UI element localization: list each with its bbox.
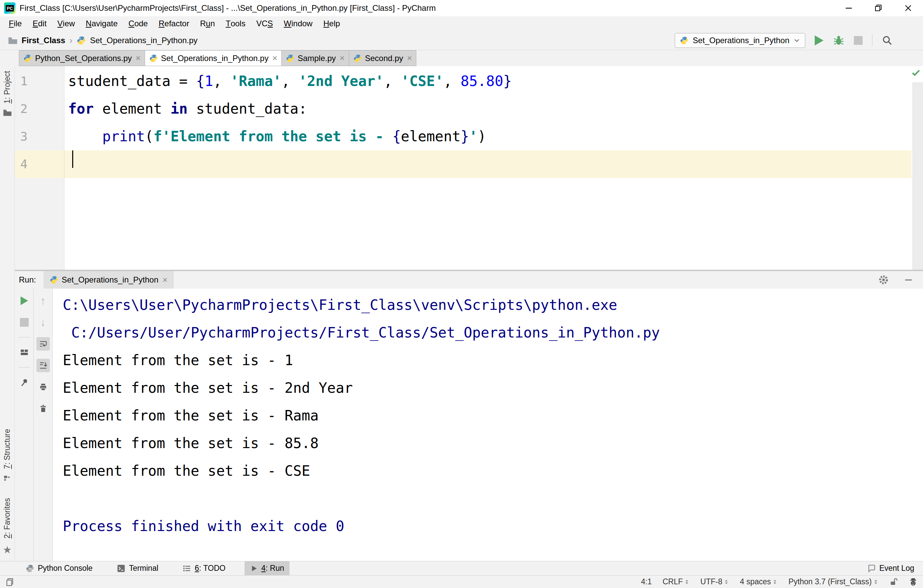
structure-icon	[3, 474, 11, 483]
gear-icon[interactable]	[879, 275, 889, 285]
editor-line-4-current[interactable]: 4	[15, 151, 912, 178]
run-configuration-name: Set_Operations_in_Python	[693, 36, 789, 45]
encoding-select[interactable]: UTF-8	[700, 577, 729, 586]
window-controls	[834, 0, 923, 16]
tab-python-set-operations[interactable]: Python_Set_Operations.py ×	[19, 50, 145, 66]
run-label: Run:	[19, 275, 36, 285]
menu-window[interactable]: Window	[278, 16, 318, 31]
minimize-icon[interactable]	[834, 0, 864, 16]
caret-position[interactable]: 4:1	[641, 577, 652, 586]
python-console-button[interactable]: Python Console	[20, 561, 98, 575]
python-icon	[680, 36, 688, 45]
menu-edit[interactable]: Edit	[27, 16, 52, 31]
tab-second[interactable]: Second.py ×	[349, 50, 417, 66]
editor-line-1[interactable]: 1 student_data = {1, 'Rama', '2nd Year',…	[15, 67, 912, 95]
tab-set-operations-in-python[interactable]: Set_Operations_in_Python.py ×	[145, 50, 282, 66]
close-icon[interactable]	[893, 0, 923, 16]
folder-icon	[8, 36, 18, 44]
python-console-label: Python Console	[38, 564, 92, 573]
menu-tools[interactable]: Tools	[220, 16, 251, 31]
pin-icon[interactable]	[18, 375, 31, 389]
tool-window-bar: Python Console Terminal 6: TODO 4: Run E…	[0, 561, 923, 575]
close-icon[interactable]: ×	[340, 53, 345, 63]
menu-view[interactable]: View	[52, 16, 80, 31]
menu-vcs[interactable]: VCS	[251, 16, 278, 31]
run-button[interactable]	[815, 35, 823, 46]
line-ending-select[interactable]: CRLF	[663, 577, 690, 586]
run-console-output[interactable]: C:\Users\User\PycharmProjects\First_Clas…	[53, 288, 923, 561]
python-file-icon	[353, 54, 362, 63]
close-icon[interactable]: ×	[163, 275, 168, 285]
event-log-button[interactable]: Event Log	[867, 564, 914, 573]
run-tool-icon	[250, 564, 258, 573]
favorites-tool-button[interactable]: 2: Favorites ★	[3, 498, 12, 556]
indent-select[interactable]: 4 spaces	[740, 577, 778, 586]
editor-tab-bar: Python_Set_Operations.py × Set_Operation…	[0, 50, 923, 66]
hide-panel-icon[interactable]	[903, 275, 913, 285]
restore-icon[interactable]	[864, 0, 893, 16]
menu-help[interactable]: Help	[318, 16, 345, 31]
close-icon[interactable]: ×	[407, 53, 412, 63]
print-icon[interactable]	[36, 380, 50, 394]
python-icon	[49, 275, 58, 284]
run-tool-label: 4: Run	[261, 564, 284, 573]
hector-icon[interactable]	[909, 578, 918, 586]
stop-icon	[18, 316, 31, 329]
rerun-icon[interactable]	[18, 294, 31, 308]
close-icon[interactable]: ×	[272, 53, 277, 63]
python-file-icon	[23, 54, 32, 63]
unlock-icon[interactable]	[889, 578, 898, 586]
updown-icon	[873, 579, 879, 585]
breadcrumb-file[interactable]: Set_Operations_in_Python.py	[90, 36, 198, 45]
status-widgets: 4:1 CRLF UTF-8 4 spaces Python 3.7 (Firs…	[641, 577, 918, 586]
structure-tool-button[interactable]: 7: Structure	[3, 429, 12, 483]
navigation-toolbar: First_Class › Set_Operations_in_Python.p…	[0, 31, 923, 50]
menu-refactor[interactable]: Refactor	[153, 16, 195, 31]
console-line: Element from the set is - CSE	[63, 457, 923, 485]
editor-scrollbar[interactable]	[912, 82, 923, 270]
line-number: 4	[15, 151, 64, 178]
up-stack-trace-icon: ↑	[36, 294, 50, 308]
scroll-to-end-icon[interactable]	[36, 359, 50, 372]
breadcrumb: First_Class › Set_Operations_in_Python.p…	[0, 35, 198, 46]
tab-sample[interactable]: Sample.py ×	[282, 50, 349, 66]
console-line: Element from the set is - Rama	[63, 402, 923, 429]
run-header: Run: Set_Operations_in_Python ×	[0, 271, 923, 288]
menu-run[interactable]: Run	[195, 16, 220, 31]
interpreter-select[interactable]: Python 3.7 (First_Class)	[788, 577, 879, 586]
editor-line-3[interactable]: 3 print(f'Element from the set is - {ele…	[15, 123, 912, 151]
run-tool-button[interactable]: 4: Run	[245, 561, 290, 575]
title-bar: PC First_Class [C:\Users\User\PycharmPro…	[0, 0, 923, 16]
menu-code[interactable]: Code	[123, 16, 153, 31]
event-log-icon	[867, 564, 876, 573]
toolbar-separator	[872, 34, 872, 46]
restore-layout-icon[interactable]	[18, 346, 31, 359]
menu-navigate[interactable]: Navigate	[80, 16, 123, 31]
run-configuration-select[interactable]: Set_Operations_in_Python	[675, 33, 805, 48]
run-tab-label: Set_Operations_in_Python	[62, 275, 159, 285]
terminal-label: Terminal	[129, 564, 158, 573]
structure-tool-label: 7: Structure	[3, 429, 12, 469]
project-tool-button[interactable]: 1: Project	[3, 71, 12, 116]
pycharm-window: PC First_Class [C:\Users\User\PycharmPro…	[0, 0, 923, 588]
tab-label: Set_Operations_in_Python.py	[161, 54, 269, 63]
toolwindow-toggle-icon[interactable]	[5, 578, 14, 586]
breadcrumb-project[interactable]: First_Class	[21, 36, 65, 45]
soft-wrap-icon[interactable]	[36, 337, 50, 351]
close-icon[interactable]: ×	[136, 53, 141, 63]
debug-icon[interactable]	[833, 35, 844, 46]
editor-line-2[interactable]: 2 for element in student_data:	[15, 95, 912, 123]
inspections-ok-checkmark-icon[interactable]	[911, 67, 921, 77]
terminal-button[interactable]: Terminal	[111, 561, 164, 575]
todo-button[interactable]: 6: TODO	[177, 561, 231, 575]
search-icon[interactable]	[882, 35, 893, 46]
star-icon: ★	[3, 544, 12, 556]
code-editor[interactable]: 1 student_data = {1, 'Rama', '2nd Year',…	[15, 66, 923, 270]
event-log-label: Event Log	[879, 564, 914, 573]
clear-console-icon[interactable]	[36, 402, 50, 415]
run-tab[interactable]: Set_Operations_in_Python ×	[44, 271, 174, 288]
menu-file[interactable]: File	[3, 16, 27, 31]
stop-icon	[854, 36, 862, 45]
code-text	[64, 151, 68, 178]
window-title: First_Class [C:\Users\User\PycharmProjec…	[20, 3, 436, 13]
